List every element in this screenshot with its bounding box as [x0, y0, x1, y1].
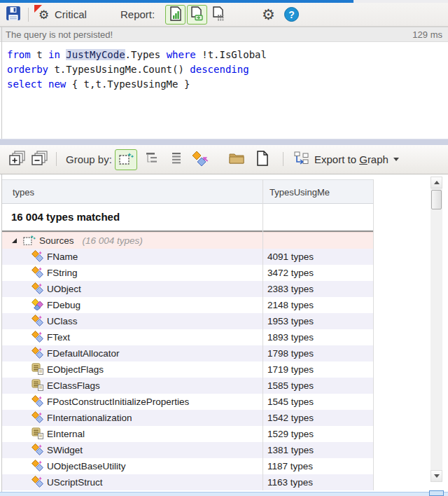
- types-using-me-cell: 1585 types: [267, 378, 314, 394]
- type-name-cell: EInternal: [31, 426, 85, 442]
- type-name-cell: FName: [31, 249, 78, 265]
- struct-type-icon: [31, 347, 43, 361]
- help-button[interactable]: ?: [284, 3, 299, 26]
- group-by-file-button[interactable]: [256, 145, 269, 174]
- vertical-scrollbar[interactable]: [430, 177, 442, 482]
- struct-type-icon: [31, 460, 43, 474]
- table-row[interactable]: FDefaultAllocator1798 types: [2, 345, 373, 361]
- query-toolbar: ⚙ Critical Report:: [0, 3, 448, 27]
- type-name-cell: FInternationalization: [31, 410, 132, 426]
- table-row[interactable]: FDebug2148 types: [2, 297, 373, 313]
- types-using-me-cell: 1953 types: [267, 313, 314, 329]
- group-by-sources-button[interactable]: [115, 149, 137, 170]
- table-row[interactable]: EInternal1529 types: [2, 426, 373, 442]
- types-using-me-cell: 4091 types: [267, 249, 314, 265]
- table-row[interactable]: SWidget1381 types: [2, 442, 373, 458]
- type-name-cell: FDefaultAllocator: [31, 345, 120, 361]
- scrollbar-thumb[interactable]: [431, 190, 442, 209]
- report-export-button[interactable]: [187, 5, 207, 25]
- group-by-namespace-button[interactable]: [228, 145, 245, 174]
- horizontal-scrollbar[interactable]: [0, 492, 448, 496]
- expand-all-button[interactable]: [8, 145, 27, 174]
- code-line: orderby t.TypesUsingMe.Count() descendin…: [7, 62, 448, 77]
- code-token: [43, 78, 48, 90]
- code-token: !t.IsGlobal: [196, 49, 267, 60]
- scroll-up-icon: [434, 181, 440, 184]
- query-editor[interactable]: from t in JustMyCode.Types where !t.IsGl…: [0, 42, 448, 139]
- table-row[interactable]: UObject2383 types: [2, 281, 373, 297]
- column-divider[interactable]: [262, 179, 263, 490]
- struct-type-icon: [31, 476, 43, 490]
- save-button[interactable]: [6, 3, 21, 26]
- type-name: FInternationalization: [47, 413, 132, 423]
- types-using-me-cell: 2148 types: [267, 297, 314, 313]
- type-name: UScriptStruct: [47, 477, 103, 488]
- tree-hierarchy-icon: [146, 151, 160, 168]
- struct-type-icon: [31, 395, 43, 409]
- table-row[interactable]: FInternationalization1542 types: [2, 410, 373, 426]
- type-name: FString: [47, 268, 78, 278]
- table-row[interactable]: EClassFlags1585 types: [2, 378, 373, 394]
- types-using-me-cell: 1529 types: [267, 426, 314, 442]
- group-name: Sources: [39, 235, 74, 246]
- type-name: FDebug: [47, 300, 80, 310]
- report-chart-icon: [169, 6, 182, 24]
- svg-text:⚙: ⚙: [38, 8, 49, 22]
- report-export-icon: [190, 6, 204, 24]
- report-with-chart-button[interactable]: [165, 5, 186, 25]
- table-row[interactable]: UObjectBaseUtility1187 types: [2, 458, 373, 474]
- scroll-up-button[interactable]: [430, 177, 442, 188]
- toolbar-separator: [28, 8, 29, 22]
- table-row[interactable]: FPostConstructInitializeProperties1545 t…: [2, 394, 373, 410]
- save-icon: [6, 6, 21, 24]
- group-by-list-button[interactable]: [171, 145, 182, 174]
- sources-group-row[interactable]: Sources (16 004 types): [2, 232, 373, 249]
- export-to-graph-label: Export to Graph: [314, 153, 388, 165]
- table-row[interactable]: UScriptStruct1163 types: [2, 474, 373, 490]
- types-using-me-cell: 1381 types: [267, 442, 314, 458]
- settings-button[interactable]: ⚙: [262, 3, 275, 26]
- type-name: UObject: [47, 284, 81, 294]
- type-name-cell: FText: [31, 329, 70, 345]
- critical-button[interactable]: ⚙ Critical: [34, 3, 87, 26]
- group-by-tree-button[interactable]: [146, 145, 160, 174]
- type-name: UObjectBaseUtility: [47, 461, 126, 471]
- column-header-typesusingme[interactable]: TypesUsingMe: [270, 187, 330, 198]
- table-row[interactable]: FText1893 types: [2, 329, 373, 345]
- table-right-border: [373, 179, 374, 490]
- table-row[interactable]: EObjectFlags1719 types: [2, 361, 373, 378]
- scrollbar-corner: [429, 490, 444, 496]
- type-name-cell: FDebug: [31, 297, 80, 313]
- table-row[interactable]: FName4091 types: [2, 249, 373, 265]
- group-by-type-button[interactable]: [192, 145, 209, 174]
- flat-list-icon: [171, 151, 182, 168]
- code-token: from: [7, 49, 31, 60]
- result-rows: FName4091 typesFString3472 typesUObject2…: [2, 249, 373, 490]
- toolbar-separator: [56, 152, 57, 166]
- export-graph-icon: [294, 151, 309, 167]
- column-header-types[interactable]: types: [13, 187, 34, 198]
- code-token: orderby: [7, 64, 48, 75]
- enum-type-icon: [31, 427, 43, 441]
- struct-type-icon: [31, 411, 43, 425]
- types-diamond-icon: [192, 151, 209, 169]
- expanded-triangle-icon[interactable]: [11, 235, 18, 246]
- table-row[interactable]: UClass1953 types: [2, 313, 373, 329]
- type-name: FText: [47, 332, 70, 343]
- table-row[interactable]: FString3472 types: [2, 265, 373, 281]
- type-name-cell: UObjectBaseUtility: [31, 458, 126, 474]
- type-name: EInternal: [47, 429, 85, 439]
- type-name: EClassFlags: [47, 380, 100, 391]
- expand-all-icon: [8, 150, 27, 170]
- types-using-me-cell: 1719 types: [267, 361, 314, 378]
- group-by-label: Group by:: [66, 145, 112, 174]
- collapse-all-button[interactable]: [31, 145, 49, 174]
- sources-icon: [22, 234, 36, 248]
- splitter-handle[interactable]: [0, 139, 448, 145]
- report-matrix-button[interactable]: [209, 5, 229, 25]
- enum-type-icon: [31, 379, 43, 393]
- struct-type-icon: [31, 266, 43, 280]
- scroll-down-button[interactable]: [430, 470, 442, 482]
- code-token: new: [48, 78, 66, 90]
- export-to-graph-button[interactable]: Export to Graph: [294, 151, 399, 167]
